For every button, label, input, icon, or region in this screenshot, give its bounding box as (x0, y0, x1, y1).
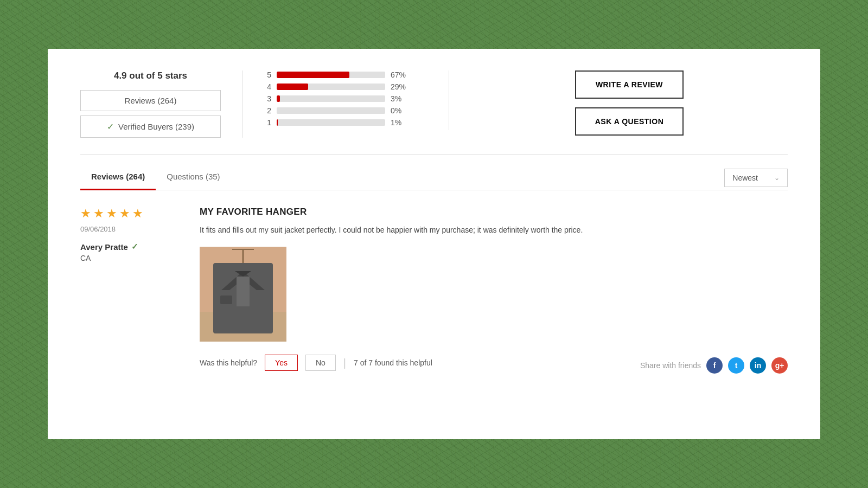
svg-rect-5 (237, 277, 250, 306)
twitter-share-icon[interactable]: t (728, 357, 744, 374)
bar-fill (277, 72, 349, 78)
suit-jacket-image (200, 247, 286, 342)
share-label: Share with friends (640, 361, 701, 370)
bar-track (277, 107, 385, 114)
bar-fill (277, 119, 278, 126)
reviewer-name: Avery Pratte ✓ (80, 242, 200, 252)
shield-icon: ✓ (107, 121, 114, 132)
svg-rect-6 (220, 296, 232, 304)
tab-questions[interactable]: Questions (35) (156, 165, 231, 190)
bar-row: 11% (265, 118, 427, 127)
helpful-divider: | (343, 357, 346, 369)
bar-track (277, 84, 385, 90)
helpful-row: Was this helpful? Yes No | 7 of 7 found … (200, 355, 788, 376)
ask-question-button[interactable]: ASK A QUESTION (575, 107, 684, 136)
sort-dropdown[interactable]: Newest ⌄ (724, 169, 788, 187)
bar-pct-label: 0% (391, 106, 410, 115)
bar-star-label: 4 (265, 82, 271, 91)
bar-track (277, 95, 385, 102)
actions-section: WRITE A REVIEW ASK A QUESTION (449, 70, 788, 136)
review-right: MY FAVORITE HANGER It fits and fills out… (200, 207, 788, 376)
bar-row: 20% (265, 106, 427, 115)
tabs-section: Reviews (264) Questions (35) Newest ⌄ (80, 165, 788, 190)
bar-pct-label: 67% (391, 70, 410, 79)
chevron-down-icon: ⌄ (774, 174, 780, 182)
top-section: 4.9 out of 5 stars Reviews (264) ✓ Verif… (80, 70, 788, 155)
review-body: It fits and fills out my suit jacket per… (200, 224, 788, 236)
sort-label: Newest (732, 174, 758, 182)
review-date: 09/06/2018 (80, 225, 200, 233)
googleplus-share-icon[interactable]: g+ (771, 357, 788, 374)
bar-pct-label: 3% (391, 94, 410, 103)
star-1: ★ (80, 207, 91, 221)
tab-reviews[interactable]: Reviews (264) (80, 165, 156, 190)
star-rating: ★ ★ ★ ★ ★ (80, 207, 200, 221)
bar-row: 429% (265, 82, 427, 91)
review-section: ★ ★ ★ ★ ★ 09/06/2018 Avery Pratte ✓ CA M… (80, 207, 788, 376)
verified-label: Verified Buyers (239) (118, 122, 194, 131)
bar-star-label: 5 (265, 70, 271, 79)
helpful-yes-button[interactable]: Yes (265, 355, 298, 371)
bars-section: 567%429%33%20%11% (243, 70, 449, 130)
review-left: ★ ★ ★ ★ ★ 09/06/2018 Avery Pratte ✓ CA (80, 207, 200, 376)
bar-row: 33% (265, 94, 427, 103)
rating-summary: 4.9 out of 5 stars Reviews (264) ✓ Verif… (80, 70, 243, 138)
reviews-box: Reviews (264) (80, 90, 221, 111)
bar-track (277, 119, 385, 126)
facebook-share-icon[interactable]: f (706, 357, 723, 374)
bar-pct-label: 29% (391, 82, 410, 91)
review-title: MY FAVORITE HANGER (200, 207, 788, 217)
linkedin-share-icon[interactable]: in (750, 357, 766, 374)
bar-pct-label: 1% (391, 118, 410, 127)
reviewer-location: CA (80, 254, 200, 262)
bar-star-label: 3 (265, 94, 271, 103)
helpful-section: Was this helpful? Yes No | 7 of 7 found … (200, 355, 432, 371)
rating-title: 4.9 out of 5 stars (80, 70, 221, 81)
star-5: ★ (132, 207, 143, 221)
helpful-count: 7 of 7 found this helpful (354, 358, 432, 367)
share-section: Share with friends f t in g+ (640, 357, 788, 374)
bar-row: 567% (265, 70, 427, 79)
verified-box: ✓ Verified Buyers (239) (80, 115, 221, 138)
main-card: 4.9 out of 5 stars Reviews (264) ✓ Verif… (48, 49, 820, 439)
bar-track (277, 72, 385, 78)
star-3: ★ (106, 207, 117, 221)
bar-fill (277, 95, 280, 102)
reviewer-shield-icon: ✓ (131, 242, 138, 252)
bar-fill (277, 84, 308, 90)
helpful-label: Was this helpful? (200, 358, 257, 367)
star-4: ★ (119, 207, 130, 221)
bar-star-label: 1 (265, 118, 271, 127)
helpful-no-button[interactable]: No (305, 355, 336, 371)
star-2: ★ (93, 207, 104, 221)
write-review-button[interactable]: WRITE A REVIEW (575, 70, 684, 99)
bar-star-label: 2 (265, 106, 271, 115)
review-image (200, 247, 286, 342)
